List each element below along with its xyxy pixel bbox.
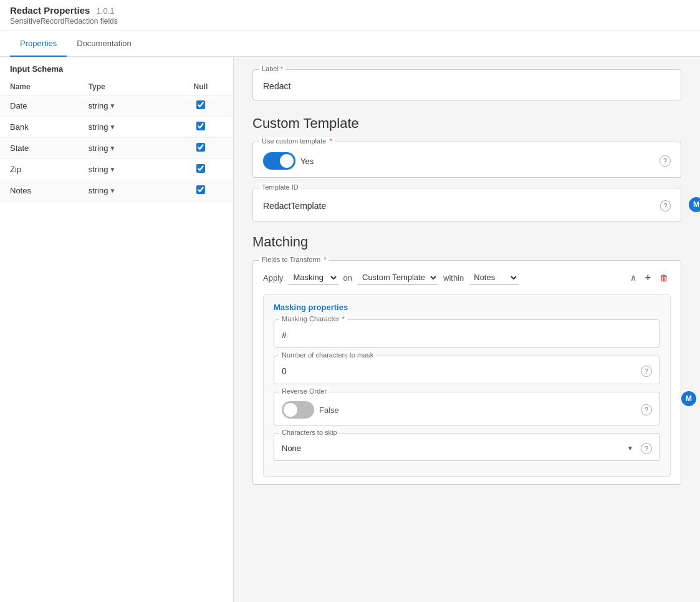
chars-to-skip-fieldset: Characters to skip None Spaces Numbers L… [274,433,660,461]
table-row: Notes string ▼ [0,180,233,201]
col-header-name: Name [0,79,79,95]
schema-row-null [168,180,233,201]
schema-table: Name Type Null Date string ▼ Bank [0,79,233,201]
label-fieldset: Label * [252,69,681,100]
schema-row-null [168,117,233,138]
schema-row-name: Date [0,95,79,117]
schema-row-null [168,138,233,159]
type-dropdown[interactable]: string ▼ [89,165,116,174]
null-checkbox[interactable] [196,122,205,130]
table-row: Zip string ▼ [0,159,233,180]
custom-template-heading: Custom Template [252,115,681,132]
num-chars-input[interactable] [282,365,636,377]
masking-character-input[interactable] [282,329,652,341]
delete-row-button[interactable]: 🗑 [657,271,671,284]
add-row-button[interactable]: + [643,271,653,284]
app-title: Redact Properties 1.0.1 [10,5,690,16]
schema-row-name: Notes [0,180,79,201]
chars-to-skip-help-icon[interactable]: ? [641,443,652,454]
toggle-track [263,152,295,170]
tab-documentation[interactable]: Documentation [67,31,141,57]
template-id-box: Template ID ? [252,188,681,221]
null-checkbox[interactable] [196,185,205,194]
col-header-null: Null [168,79,233,95]
masking-properties: Masking properties Masking Character * N… [263,294,671,477]
chevron-up-button[interactable]: ∧ [628,271,639,284]
masking-m-badge[interactable]: M [681,391,696,406]
main-layout: Input Schema Name Type Null Date string … [0,57,700,602]
notes-dropdown[interactable]: Notes [469,271,519,284]
reverse-order-fieldset: Reverse Order False ? [274,392,660,425]
masking-character-legend: Masking Character * [279,315,347,323]
plus-icon: + [645,272,651,283]
template-id-wrapper: Template ID ? M [252,188,681,221]
use-custom-template-box: Use custom template * Yes ? [252,142,681,178]
type-dropdown[interactable]: string ▼ [89,143,116,153]
skip-dropdown-arrow: ▼ [627,445,633,452]
custom-template-dropdown[interactable]: Custom Template [357,271,438,284]
schema-row-type: string ▼ [79,95,168,117]
num-chars-fieldset: Number of characters to mask ? [274,356,660,384]
table-row: Bank string ▼ [0,117,233,138]
type-dropdown-arrow: ▼ [109,166,115,173]
within-label: within [443,273,464,283]
label-input[interactable] [263,79,671,94]
reverse-order-value: False [319,405,339,415]
sidebar: Input Schema Name Type Null Date string … [0,57,234,602]
toggle-container: Yes [263,152,314,170]
col-header-type: Type [79,79,168,95]
null-checkbox[interactable] [196,100,205,109]
type-dropdown[interactable]: string ▼ [89,122,116,132]
row-actions: ∧ + 🗑 [628,271,671,284]
type-dropdown-arrow: ▼ [109,187,115,194]
reverse-order-row: False ? [282,401,652,419]
tabs-bar: Properties Documentation [0,31,700,57]
trash-icon: 🗑 [659,273,668,283]
schema-row-type: string ▼ [79,180,168,201]
use-custom-template-help-icon[interactable]: ? [659,155,671,167]
reverse-order-toggle-thumb [284,403,297,417]
template-id-m-badge[interactable]: M [689,197,700,212]
app-header: Redact Properties 1.0.1 SensitiveRecordR… [0,0,700,31]
tab-properties[interactable]: Properties [10,31,67,57]
use-custom-template-toggle[interactable] [263,152,295,170]
null-checkbox[interactable] [196,164,205,173]
chars-to-skip-select[interactable]: None Spaces Numbers Letters [282,442,627,454]
fields-to-transform-box: Fields to Transform * Apply Masking on C… [252,260,681,485]
masking-dropdown[interactable]: Masking [289,271,338,284]
schema-row-null [168,95,233,117]
reverse-order-legend: Reverse Order [279,387,329,395]
content-area: Label * Custom Template Use custom templ… [234,57,700,602]
apply-row: Apply Masking on Custom Template within … [263,271,671,284]
type-dropdown[interactable]: string ▼ [89,101,116,110]
chevron-up-icon: ∧ [630,273,636,283]
reverse-order-help-icon[interactable]: ? [641,404,652,415]
use-custom-template-legend: Use custom template * [259,137,335,145]
masking-character-fieldset: Masking Character * [274,319,660,348]
apply-label: Apply [263,273,284,283]
schema-row-null [168,159,233,180]
custom-template-section: Custom Template Use custom template * Ye… [252,115,681,221]
label-fieldset-legend: Label * [259,65,285,72]
masking-properties-title: Masking properties [274,303,660,312]
table-row: Date string ▼ [0,95,233,117]
reverse-order-toggle-track [282,401,314,419]
type-dropdown[interactable]: string ▼ [89,186,116,195]
type-dropdown-arrow: ▼ [109,145,115,152]
num-chars-legend: Number of characters to mask [279,351,376,359]
toggle-yes-label: Yes [300,157,314,166]
table-row: State string ▼ [0,138,233,159]
chars-to-skip-row: None Spaces Numbers Letters ▼ ? [282,442,652,454]
on-label: on [343,273,352,283]
template-id-input[interactable] [263,198,655,213]
schema-row-name: Bank [0,117,79,138]
template-id-help-icon[interactable]: ? [660,200,671,211]
schema-row-type: string ▼ [79,159,168,180]
use-custom-template-row: Yes ? [263,152,671,170]
null-checkbox[interactable] [196,143,205,152]
type-dropdown-arrow: ▼ [109,102,115,109]
fields-to-transform-legend: Fields to Transform * [259,256,328,263]
num-chars-help-icon[interactable]: ? [641,366,652,377]
reverse-order-toggle[interactable] [282,401,314,419]
chars-to-skip-legend: Characters to skip [279,429,340,436]
